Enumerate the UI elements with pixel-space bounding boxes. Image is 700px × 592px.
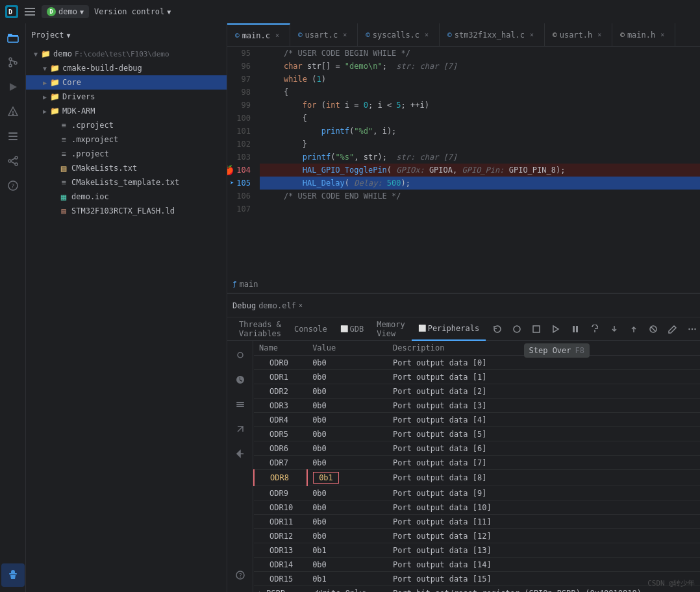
tree-item-core[interactable]: ▶ 📁 Core <box>26 75 227 90</box>
step-over-button[interactable] <box>587 321 603 337</box>
subtab-peripherals[interactable]: ⬜Peripherals <box>412 317 486 341</box>
file-icon-ioc: ▦ <box>58 191 69 202</box>
tab-usart-c[interactable]: © usart.c × <box>290 23 358 46</box>
step-over-tooltip: Step Over F8 <box>524 343 590 358</box>
debug-icon-5[interactable] <box>229 442 252 465</box>
tree-item-cmakelists[interactable]: ▤ CMakeLists.txt <box>26 161 227 175</box>
version-control-button[interactable]: Version control ▼ <box>94 7 171 16</box>
run-button[interactable] <box>548 321 564 337</box>
subtab-gdb[interactable]: ⬜GDB <box>334 317 371 341</box>
periph-val-ODR9: 0b0 <box>307 486 388 500</box>
tree-item-demo[interactable]: ▼ 📁 demo F:\code\test\F103\demo <box>26 47 227 61</box>
tab-close-usart-c[interactable]: × <box>340 31 349 40</box>
project-chevron: ▼ <box>80 8 84 16</box>
svg-rect-29 <box>576 326 578 332</box>
label-demo-ioc: demo.ioc <box>71 192 109 201</box>
svg-point-10 <box>14 62 17 64</box>
periph-name-ODR2: ODR2 <box>254 384 307 399</box>
debug-icon-2[interactable] <box>229 368 252 391</box>
periph-name-ODR3: ODR3 <box>254 399 307 413</box>
subtab-threads[interactable]: Threads & Variables <box>232 317 288 341</box>
step-out-button[interactable] <box>626 321 642 337</box>
code-line-105: HAL_Delay( Delay: 500); <box>260 177 700 190</box>
tab-main-c[interactable]: © main.c × <box>227 23 290 46</box>
svg-rect-17 <box>8 139 18 140</box>
debug-file-close[interactable]: × <box>299 302 303 309</box>
periph-name-ODR1: ODR1 <box>254 370 307 384</box>
tab-main-h[interactable]: © main.h × <box>612 23 675 46</box>
periph-name-ODR7: ODR7 <box>254 456 307 470</box>
tree-item-cmakelists-tpl[interactable]: ≡ CMakeLists_template.txt <box>26 175 227 190</box>
tab-syscalls-c[interactable]: © syscalls.c × <box>358 23 440 46</box>
svg-point-19 <box>8 160 11 162</box>
sidebar-item-problems[interactable] <box>1 100 25 123</box>
svg-rect-39 <box>236 402 244 403</box>
periph-val-ODR7: 0b0 <box>307 456 388 470</box>
tree-item-demo-ioc[interactable]: ▦ demo.ioc <box>26 190 227 204</box>
tree-item-drivers[interactable]: ▶ 📁 Drivers <box>26 90 227 104</box>
periph-desc-ODR3: Port output data [3] <box>388 399 700 413</box>
tab-close-syscalls-c[interactable]: × <box>422 31 431 40</box>
label-cmakelists: CMakeLists.txt <box>71 164 137 173</box>
svg-point-35 <box>688 328 690 329</box>
svg-point-8 <box>9 58 12 60</box>
svg-rect-5 <box>8 34 12 35</box>
code-text-95: /* USER CODE BEGIN WHILE */ <box>265 47 410 60</box>
debug-icon-refresh[interactable] <box>229 343 252 367</box>
hamburger-menu[interactable] <box>23 5 36 18</box>
code-fn-delay: HAL_Delay <box>303 177 345 190</box>
sidebar-item-list[interactable] <box>1 125 25 148</box>
sidebar-item-help[interactable]: ? <box>1 174 25 197</box>
tab-close-hal-c[interactable]: × <box>527 31 536 40</box>
tree-item-ld[interactable]: ▤ STM32F103RCTX_FLASH.ld <box>26 204 227 218</box>
svg-point-25 <box>514 326 520 332</box>
stop-button[interactable] <box>529 321 544 337</box>
step-into-button[interactable] <box>606 321 622 337</box>
tree-item-mdk[interactable]: ▶ 📁 MDK-ARM <box>26 104 227 118</box>
tree-item-cmake-build[interactable]: ▼ 📁 cmake-build-debug <box>26 61 227 75</box>
svg-point-36 <box>692 328 693 329</box>
project-selector[interactable]: D demo ▼ <box>42 5 89 18</box>
expand-arrow-BSRR[interactable]: ▶ <box>259 589 264 593</box>
svg-marker-27 <box>553 326 558 332</box>
sidebar-item-share[interactable] <box>1 149 25 173</box>
more-options-button[interactable] <box>684 321 700 337</box>
code-text-99d: ; ++i) <box>401 99 429 112</box>
tab-close-usart-h[interactable]: × <box>595 31 604 40</box>
filetree-chevron[interactable]: ▼ <box>67 32 71 39</box>
tab-icon-syscalls-c: © <box>366 31 370 39</box>
sidebar-item-debug-active[interactable] <box>1 563 25 587</box>
sidebar-item-git[interactable] <box>1 51 25 74</box>
periph-desc-ODR6: Port output data [6] <box>388 441 700 456</box>
edit-button[interactable] <box>665 321 681 337</box>
subtab-console[interactable]: Console <box>288 317 334 341</box>
pause-button[interactable] <box>568 321 583 337</box>
tab-label-main-h: main.h <box>627 31 655 40</box>
code-content[interactable]: /* USER CODE BEGIN WHILE */ char str[] =… <box>260 47 700 275</box>
tree-item-project[interactable]: ≡ .project <box>26 147 227 161</box>
periph-val-ODR14: 0b0 <box>307 558 388 572</box>
sidebar-item-project[interactable] <box>1 26 25 49</box>
tab-close-main-c[interactable]: × <box>273 31 282 40</box>
tab-close-main-h[interactable]: × <box>658 31 667 40</box>
code-fn-printf1: printf <box>321 125 349 138</box>
debug-file[interactable]: demo.elf × <box>258 301 303 310</box>
code-line-98: { <box>260 86 700 99</box>
tree-item-mxproject[interactable]: ≡ .mxproject <box>26 132 227 147</box>
peripherals-table-wrapper[interactable]: Name Value Description ODR00b0Port outpu… <box>253 341 700 592</box>
svg-rect-2 <box>25 8 35 9</box>
restart-button[interactable] <box>490 321 505 337</box>
main-layout: ? Project ▼ ▼ 📁 demo F:\code\test\F103\d… <box>0 23 700 592</box>
record-button[interactable] <box>509 321 525 337</box>
svg-line-21 <box>11 158 15 160</box>
tab-hal-c[interactable]: © stm32f1xx_hal.c × <box>440 23 545 46</box>
sidebar-item-run[interactable] <box>1 75 25 99</box>
debug-icon-question[interactable]: ? <box>229 563 252 587</box>
debug-icon-4[interactable] <box>229 417 252 441</box>
subtab-memory[interactable]: Memory View <box>370 317 411 341</box>
tab-usart-h[interactable]: © usart.h × <box>545 23 612 46</box>
debug-icon-3[interactable] <box>229 393 252 416</box>
tree-item-cproject[interactable]: ≡ .cproject <box>26 118 227 132</box>
no-mark-button[interactable] <box>645 321 661 337</box>
folder-icon-demo: 📁 <box>40 49 51 59</box>
